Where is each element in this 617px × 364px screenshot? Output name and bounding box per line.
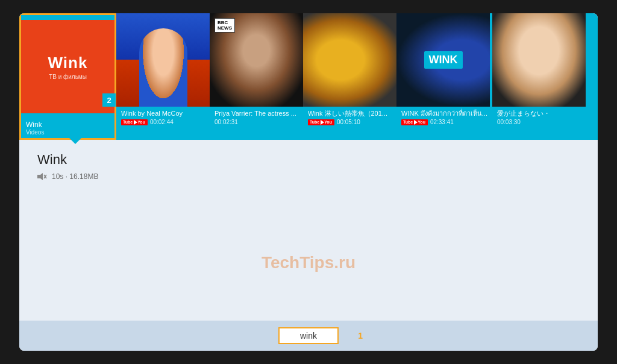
neal-mccoy-meta: Wink by Neal McCoy Tube 00:02:44 [116,107,210,138]
neal-mccoy-thumbnail [116,13,210,107]
carousel-indicator [69,138,81,144]
carousel-item-wink-thai[interactable]: WINK WINK มังคังมากกว่าที่ตาเห็น... Tube… [396,13,492,140]
wink-thai-title: WINK มังคังมากกว่าที่ตาเห็น... [401,109,487,118]
youtube-badge-fish: Tube [308,119,334,125]
app-detail-meta: 10s · 16.18MB [37,172,580,181]
mute-icon [37,173,47,180]
wink-tagline: ТВ и фильмы [49,74,87,80]
neal-duration: 00:02:44 [150,119,174,125]
wink-thai-duration-row: Tube 02:33:41 [401,119,487,125]
wink-fish-thumbnail [303,13,396,107]
japan-duration: 00:03:30 [497,119,521,125]
priya-thumbnail: BBCNEWS [210,13,303,107]
bottom-bar: wink 1 [19,321,598,351]
wink-thai-meta: WINK มังคังมากกว่าที่ตาเห็น... Tube 02:3… [396,107,492,138]
bbc-badge: BBCNEWS [215,18,235,33]
wink-thai-duration: 02:33:41 [430,119,454,125]
watermark: TechTips.ru [262,253,355,272]
priya-thumb-img: BBCNEWS [210,13,303,107]
wink-logo-text: Wink [48,54,88,72]
carousel-item-japan[interactable]: 愛が止まらない・ 00:03:30 [492,13,586,140]
carousel-item-wink-app[interactable]: Wink ТВ и фильмы Wink Videos 2 [19,13,116,140]
carousel-item-wink-fish[interactable]: Wink 淋しい熱帯魚（201... Tube 00:05:10 [303,13,396,140]
wink-logo-overlay: WINK [424,51,463,69]
priya-duration-row: 00:02:31 [215,119,298,125]
wink-app-label: Wink Videos [21,118,114,138]
wink-fish-duration-row: Tube 00:05:10 [308,119,392,125]
carousel-item-priya[interactable]: BBCNEWS Priya Varrier: The actress ... 0… [210,13,303,140]
wink-app-icon: Wink ТВ и фильмы [21,20,114,113]
tv-screen: Wink ТВ и фильмы Wink Videos 2 Wink by N… [19,13,598,351]
search-input-box[interactable]: wink [278,327,339,344]
wink-fish-thumb-img [303,13,396,107]
neal-thumb-img [116,13,210,107]
youtube-badge-thai: Tube [401,119,428,125]
app-size-meta: 10s · 16.18MB [52,172,98,181]
wink-app-subtitle: Videos [26,129,110,136]
japan-thumbnail [492,13,586,107]
carousel-item-neal-mccoy[interactable]: Wink by Neal McCoy Tube 00:02:44 [116,13,210,140]
japan-duration-row: 00:03:30 [497,119,581,125]
priya-meta: Priya Varrier: The actress ... 00:02:31 [210,107,303,138]
wink-fish-meta: Wink 淋しい熱帯魚（201... Tube 00:05:10 [303,107,396,138]
wink-app-thumbnail: Wink ТВ и фильмы [21,15,114,118]
japan-thumb-img [492,13,586,107]
neal-mccoy-title: Wink by Neal McCoy [121,109,205,118]
wink-thai-thumbnail: WINK [396,13,492,107]
app-detail-title: Wink [37,152,580,168]
neal-person-figure [139,28,187,107]
wink-thai-thumb-img: WINK [396,13,490,107]
neal-duration-row: Tube 00:02:44 [121,119,205,125]
priya-title: Priya Varrier: The actress ... [215,109,298,118]
svg-marker-0 [37,173,43,180]
japan-meta: 愛が止まらない・ 00:03:30 [492,107,586,138]
search-text: wink [300,331,317,340]
priya-duration: 00:02:31 [215,119,238,125]
wink-app-badge: 2 [102,93,116,107]
carousel-bar: Wink ТВ и фильмы Wink Videos 2 Wink by N… [19,13,598,140]
japan-title: 愛が止まらない・ [497,109,581,118]
bottom-badge: 1 [358,331,363,340]
wink-app-title: Wink [26,121,110,129]
main-content: Wink 10s · 16.18MB TechTips.ru [19,140,598,321]
youtube-badge-neal: Tube [121,119,148,125]
wink-fish-duration: 00:05:10 [337,119,360,125]
wink-fish-title: Wink 淋しい熱帯魚（201... [308,109,392,118]
